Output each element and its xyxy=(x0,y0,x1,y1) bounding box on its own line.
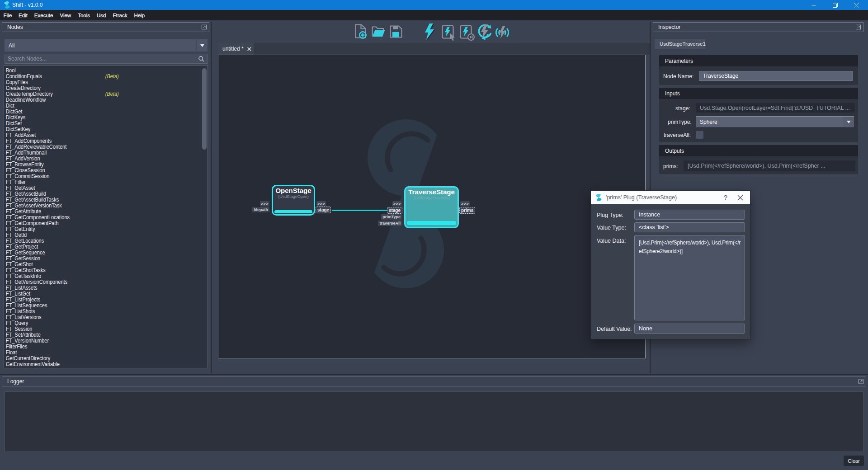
execute-from-selected-icon xyxy=(459,24,475,41)
menu-item[interactable]: File xyxy=(0,10,15,20)
menu-item[interactable]: Help xyxy=(131,10,148,20)
traverseall-label: traverseAll: xyxy=(664,132,691,138)
soft-reset-button[interactable] xyxy=(477,24,492,42)
node-openstage[interactable]: OpenStage (UsdStageOpen) xyxy=(272,185,315,216)
traverseall-checkbox[interactable] xyxy=(696,131,703,139)
close-button[interactable] xyxy=(846,0,867,10)
logger-clear-button[interactable]: Clear xyxy=(844,456,864,466)
port-in-traverseall[interactable]: traverseAll xyxy=(378,221,402,226)
menu-item[interactable]: Tools xyxy=(75,10,94,20)
node-list-item-label: FT_GetAssetBuild xyxy=(6,191,46,197)
port-out-exec[interactable]: >>> xyxy=(316,201,326,207)
window-titlebar[interactable]: Shift - v1.0.0 xyxy=(0,0,868,10)
port-in-stage[interactable]: stage xyxy=(387,207,402,214)
stage-input-value: Usd.Stage.Open(rootLayer=Sdf.Find('d:/US… xyxy=(700,105,850,111)
nodes-panel-header: Nodes xyxy=(2,22,209,32)
tab-close-button[interactable] xyxy=(247,47,251,51)
node-list-item-label: FT_AddReviewableContent xyxy=(6,144,67,150)
splitter-bottom[interactable] xyxy=(0,374,868,375)
execute-button[interactable] xyxy=(423,23,437,43)
execute-selected-button[interactable] xyxy=(441,24,457,42)
splitter-left[interactable] xyxy=(211,22,212,373)
undock-icon[interactable] xyxy=(856,25,861,30)
port-in-exec[interactable]: >>> xyxy=(260,201,269,207)
value-data-field[interactable]: [Usd.Prim(</refSphere/world>), Usd.Prim(… xyxy=(634,235,745,320)
dialog-close-button[interactable] xyxy=(736,193,745,202)
prims-output-label: prims: xyxy=(663,163,678,169)
chevron-down-icon xyxy=(847,121,851,123)
node-list-item-label: FT_GetTaskInfo xyxy=(6,273,41,279)
primtype-dropdown[interactable]: Sphere xyxy=(696,116,854,127)
node-list-item-label: FT_GetAssetVersionTask xyxy=(6,202,62,209)
menu-item[interactable]: View xyxy=(57,10,75,20)
node-list-item-label: FT_ListGet xyxy=(6,291,30,297)
port-out-prims[interactable]: prims xyxy=(459,207,475,214)
save-scene-button[interactable] xyxy=(389,25,403,40)
port-in-primtype[interactable]: primType xyxy=(381,214,402,220)
port-out-exec[interactable]: >>> xyxy=(460,201,470,207)
plug-type-field[interactable]: Instance xyxy=(634,210,745,220)
node-list-item-label: GetEnvironmentVariable xyxy=(6,361,60,367)
node-type-list[interactable]: Bool ConditionEquals (Beta) CopyFiles Cr… xyxy=(4,65,208,368)
prims-output-value: [Usd.Prim(</refSphere/world>), Usd.Prim(… xyxy=(688,163,826,169)
node-list-item[interactable]: FT_Query xyxy=(5,320,202,326)
soft-reset-icon xyxy=(477,24,492,41)
default-value-field[interactable]: None xyxy=(634,324,745,334)
node-list-item[interactable]: DictKeys xyxy=(5,115,202,121)
node-list-item[interactable]: FilterFiles xyxy=(5,344,202,350)
beta-badge: (Beta) xyxy=(105,74,119,80)
dialog-titlebar[interactable]: 'prims' Plug (TraverseStage) ? xyxy=(591,191,750,204)
port-in-filepath[interactable]: filepath xyxy=(252,207,269,212)
node-list-item[interactable]: GetEnvironmentVariable xyxy=(5,362,202,367)
execute-from-selected-button[interactable] xyxy=(459,24,475,42)
menu-item[interactable]: Ftrack xyxy=(109,10,131,20)
undock-icon[interactable] xyxy=(859,379,863,384)
search-input[interactable] xyxy=(5,56,198,62)
node-list-item[interactable]: ConditionEquals (Beta) xyxy=(5,74,202,80)
primtype-label: primType: xyxy=(668,119,692,125)
node-list-item[interactable]: FT_CommitSession xyxy=(5,174,202,179)
tab-close-icon xyxy=(247,47,251,51)
node-list-item[interactable]: FT_ListAssets xyxy=(5,285,202,291)
node-list-item[interactable]: FT_ListVersions xyxy=(5,315,202,320)
logger-output[interactable] xyxy=(5,391,863,452)
node-list-item-label: FT_GetVersionComponents xyxy=(6,279,67,285)
node-filter-dropdown[interactable]: All xyxy=(5,39,208,52)
node-list-item-label: FT_GetSequence xyxy=(6,249,45,256)
maximize-restore-button[interactable] xyxy=(825,0,845,10)
node-name-input[interactable]: TraverseStage xyxy=(699,71,853,81)
scrollbar-thumb[interactable] xyxy=(202,68,207,150)
search-icon xyxy=(198,56,204,62)
node-list-item[interactable]: DictGet xyxy=(5,109,202,115)
value-type-field[interactable]: <class 'list'> xyxy=(634,222,745,232)
node-list-item[interactable]: Dict xyxy=(5,103,202,109)
node-list-item[interactable]: FT_VersionNumber xyxy=(5,338,202,344)
port-out-stage[interactable]: stage xyxy=(316,207,331,213)
node-list-item-label: FT_GetLocations xyxy=(6,238,44,244)
menu-item[interactable]: Execute xyxy=(31,10,57,20)
menu-item[interactable]: Edit xyxy=(15,10,31,20)
prims-plug-dialog: 'prims' Plug (TraverseStage) ? Plug Type… xyxy=(590,190,750,339)
graph-tab[interactable]: untitled * xyxy=(218,43,254,55)
node-list-item[interactable]: FT_GetEntity xyxy=(5,226,202,232)
menu-item[interactable]: Usd xyxy=(94,10,109,20)
undock-icon[interactable] xyxy=(202,25,207,30)
minimize-button[interactable] xyxy=(803,0,824,10)
dialog-help-button[interactable]: ? xyxy=(721,193,730,202)
stage-input-field: Usd.Stage.Open(rootLayer=Sdf.Find('d:/US… xyxy=(696,103,855,113)
port-in-exec[interactable]: >>> xyxy=(392,201,402,207)
dialog-logo-icon xyxy=(596,194,602,201)
node-traversestage[interactable]: TraverseStage (UsdStageTraverse) xyxy=(404,186,459,228)
new-scene-button[interactable] xyxy=(354,24,368,42)
inspector-tab[interactable]: UsdStageTraverse1 xyxy=(655,39,705,49)
node-list-item[interactable]: DeadlineWorkflow xyxy=(5,97,202,103)
node-graph-canvas[interactable]: OpenStage (UsdStageOpen) >>> filepath >>… xyxy=(218,55,646,358)
trigger-button[interactable] xyxy=(495,24,510,42)
logger-panel-header: Logger xyxy=(2,376,866,386)
node-list-scrollbar[interactable] xyxy=(202,66,207,367)
trigger-icon xyxy=(495,24,510,41)
node-list-item-label: FT_BrowseEntity xyxy=(6,161,44,168)
node-list-item[interactable]: FT_GetSession xyxy=(5,256,202,262)
open-scene-button[interactable] xyxy=(371,25,386,40)
node-list-item[interactable]: DictSet xyxy=(5,121,202,127)
